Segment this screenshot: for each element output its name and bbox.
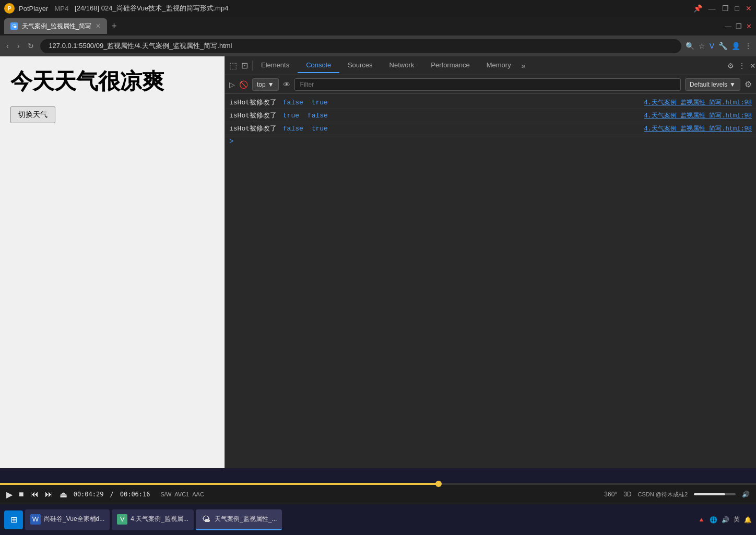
close-browser-icon[interactable]: ✕: [746, 22, 752, 30]
new-tab-button[interactable]: +: [109, 21, 119, 32]
devtools-tab-elements[interactable]: Elements: [253, 58, 298, 73]
back-button[interactable]: ‹: [4, 40, 11, 52]
input-method-label[interactable]: 英: [734, 515, 740, 524]
browser-taskbar-icon: 🌤: [201, 514, 211, 525]
csdn-watermark: CSDN @待木成桂2: [637, 491, 688, 498]
title-bar-left: P PotPlayer MP4 [24/168] 024_尚硅谷Vue技术_监视…: [4, 3, 228, 14]
taskbar-vscode-label: 4.天气案例_监视属...: [131, 515, 188, 524]
episode-title: [24/168] 024_尚硅谷Vue技术_监视的简写形式.mp4: [75, 4, 228, 13]
taskbar-browser-label: 天气案例_监视属性_...: [215, 515, 277, 524]
taskbar-right: 🔺 🌐 🔊 英 🔔: [698, 515, 752, 524]
prev-button[interactable]: ⏮: [30, 490, 39, 499]
devtools-settings-icon[interactable]: ⚙: [727, 62, 734, 70]
console-text-2: isHot被修改了: [229, 111, 281, 120]
format-sw: S/W: [161, 491, 172, 497]
eye-icon[interactable]: 👁: [283, 80, 290, 89]
devtools-more-tabs[interactable]: »: [522, 62, 526, 70]
default-levels-dropdown[interactable]: Default levels ▼: [685, 78, 740, 91]
minimize-browser-icon[interactable]: —: [725, 22, 731, 30]
filter-input[interactable]: [294, 78, 681, 91]
console-value-true-2: true: [283, 112, 299, 120]
prompt-symbol: >: [229, 137, 233, 146]
tab-title: 天气案例_监视属性_简写: [22, 22, 91, 31]
devtools-tab-sources[interactable]: Sources: [339, 58, 381, 73]
system-tray-up-icon[interactable]: 🔺: [698, 516, 705, 524]
console-value-true-1: true: [312, 99, 328, 106]
switch-weather-button[interactable]: 切换天气: [10, 106, 55, 123]
devtools-right-icons: ⚙ ⋮ ✕: [727, 62, 756, 70]
title-bar: P PotPlayer MP4 [24/168] 024_尚硅谷Vue技术_监视…: [0, 0, 756, 17]
restore-browser-icon[interactable]: ❐: [736, 22, 742, 30]
tab-close-btn[interactable]: ✕: [96, 22, 101, 30]
inspect-element-icon[interactable]: ⬚: [229, 61, 237, 70]
console-line-2: isHot被修改了 true false 4.天气案例_监视属性_简写.html…: [225, 109, 756, 122]
console-line-1: isHot被修改了 false true 4.天气案例_监视属性_简写.html…: [225, 96, 756, 109]
taskbar-word-label: 尚硅谷_Vue全家桶d...: [44, 515, 104, 524]
console-toolbar: ▷ 🚫 top ▼ 👁 Default levels ▼ ⚙: [225, 75, 756, 94]
weather-title: 今天天气很凉爽: [10, 67, 214, 96]
devtools-more-options-icon[interactable]: ⋮: [738, 62, 746, 70]
network-icon[interactable]: 🌐: [710, 516, 717, 524]
pin-icon[interactable]: 📌: [693, 4, 702, 13]
next-button[interactable]: ⏭: [45, 490, 53, 499]
console-settings-icon[interactable]: ⚙: [745, 79, 752, 89]
console-source-3[interactable]: 4.天气案例_监视属性_简写.html:98: [644, 124, 752, 133]
stop-button[interactable]: ■: [19, 490, 24, 499]
levels-label: Default levels: [690, 81, 727, 88]
notification-icon[interactable]: 🔔: [744, 516, 752, 524]
format-avc1: AVC1: [174, 491, 189, 497]
taskbar-item-vscode[interactable]: V 4.天气案例_监视属...: [112, 509, 194, 530]
context-select[interactable]: top ▼: [252, 78, 279, 91]
word-icon: W: [30, 514, 41, 525]
devtools-tab-console[interactable]: Console: [298, 58, 339, 73]
controls-row: ▶ ■ ⏮ ⏭ ⏏ 00:04:29 / 00:06:16 S/W AVC1 A…: [0, 485, 756, 504]
console-text-3: isHot被修改了: [229, 124, 281, 133]
levels-arrow-icon: ▼: [729, 81, 736, 88]
current-time: 00:04:29: [74, 491, 104, 498]
devtools-tab-network[interactable]: Network: [381, 58, 423, 73]
progress-bar-container[interactable]: [0, 483, 756, 485]
play-button[interactable]: ▶: [6, 490, 13, 500]
extensions-icon[interactable]: 🔧: [718, 42, 727, 50]
address-bar-row: ‹ › ↻ 🔍 ☆ V 🔧 👤 ⋮: [0, 35, 756, 56]
minimize-icon[interactable]: —: [708, 4, 716, 13]
refresh-button[interactable]: ↻: [26, 40, 36, 52]
tab-bar: 🌤 天气案例_监视属性_简写 ✕ + — ❐ ✕: [0, 17, 756, 35]
taskbar-item-word[interactable]: W 尚硅谷_Vue全家桶d...: [25, 509, 110, 530]
address-input[interactable]: [40, 39, 681, 53]
extension-v-icon[interactable]: V: [710, 42, 714, 50]
volume-slider[interactable]: [694, 493, 736, 495]
title-bar-controls[interactable]: 📌 — ❐ □ ✕: [693, 4, 752, 13]
console-source-1[interactable]: 4.天气案例_监视属性_简写.html:98: [644, 98, 752, 107]
block-requests-icon[interactable]: 🚫: [239, 80, 248, 89]
devtools-tab-memory[interactable]: Memory: [478, 58, 519, 73]
format-tags: S/W AVC1 AAC: [161, 491, 204, 497]
devtools-close-icon[interactable]: ✕: [750, 62, 756, 70]
format-aac: AAC: [192, 491, 204, 497]
console-source-2[interactable]: 4.天气案例_监视属性_简写.html:98: [644, 111, 752, 120]
devtools-header: ⬚ ⊡ Elements Console Sources Network Per…: [225, 56, 756, 75]
console-value-true-3: true: [312, 125, 328, 133]
browser-tab-active[interactable]: 🌤 天气案例_监视属性_简写 ✕: [4, 18, 107, 34]
restore-icon[interactable]: ❐: [722, 4, 729, 13]
responsive-mode-icon[interactable]: ⊡: [241, 61, 248, 70]
forward-button[interactable]: ›: [15, 40, 22, 52]
start-button[interactable]: ⊞: [4, 510, 23, 529]
profile-icon[interactable]: 👤: [731, 42, 740, 50]
menu-icon[interactable]: ⋮: [745, 42, 752, 50]
volume-taskbar-icon[interactable]: 🔊: [722, 516, 729, 524]
console-value-false-3: false: [283, 125, 303, 133]
taskbar: ⊞ W 尚硅谷_Vue全家桶d... V 4.天气案例_监视属... 🌤 天气案…: [0, 504, 756, 535]
devtools-tab-performance[interactable]: Performance: [422, 58, 478, 73]
close-icon[interactable]: ✕: [746, 4, 752, 13]
progress-bar-fill: [0, 483, 439, 485]
bookmark-icon[interactable]: ☆: [699, 42, 705, 50]
taskbar-item-browser[interactable]: 🌤 天气案例_监视属性_...: [196, 509, 282, 530]
volume-icon[interactable]: 🔊: [742, 491, 750, 498]
maximize-icon[interactable]: □: [735, 4, 739, 13]
main-area: 今天天气很凉爽 切换天气 ⬚ ⊡ Elements Console Source…: [0, 56, 756, 468]
zoom-icon[interactable]: 🔍: [686, 42, 694, 50]
clear-console-icon[interactable]: ▷: [229, 80, 235, 89]
console-value-false-2: false: [308, 112, 328, 120]
eject-button[interactable]: ⏏: [60, 490, 67, 500]
